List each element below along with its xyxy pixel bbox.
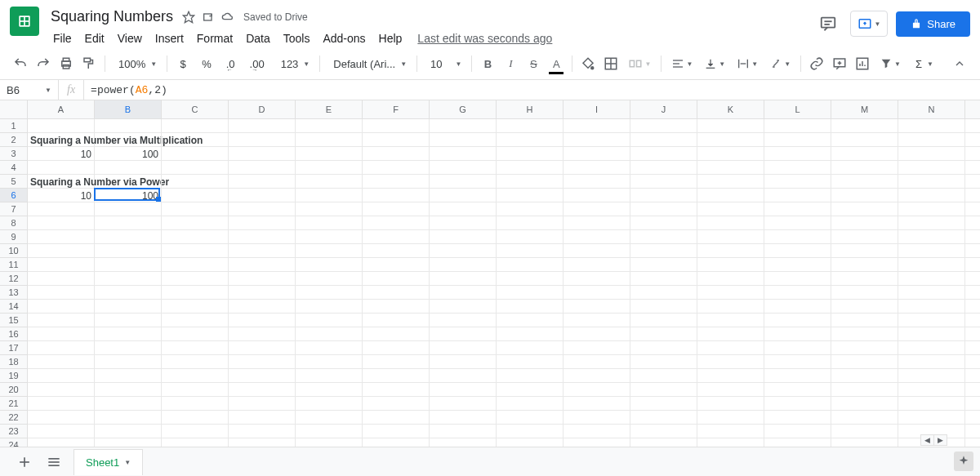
cell-C18[interactable] <box>162 355 229 369</box>
cell-C3[interactable] <box>162 147 229 161</box>
cell-I4[interactable] <box>564 161 630 175</box>
col-header-J[interactable]: J <box>630 100 697 118</box>
cell-B2[interactable] <box>95 133 162 147</box>
cell-M7[interactable] <box>831 202 898 216</box>
cell-D13[interactable] <box>229 286 296 300</box>
decrease-decimal-button[interactable]: .0← <box>220 53 242 74</box>
cell-C1[interactable] <box>162 119 229 133</box>
cell-L19[interactable] <box>764 369 831 383</box>
scroll-arrows[interactable]: ◀▶ <box>920 434 947 446</box>
cell-E16[interactable] <box>296 327 363 341</box>
col-header-G[interactable]: G <box>430 100 497 118</box>
explore-button[interactable] <box>954 452 973 471</box>
cell-K6[interactable] <box>697 189 764 202</box>
cell-C15[interactable] <box>162 314 229 327</box>
cell-J4[interactable] <box>630 161 697 175</box>
cell-K16[interactable] <box>697 327 764 341</box>
cell-I19[interactable] <box>564 369 630 383</box>
cell-N7[interactable] <box>898 202 965 216</box>
cell-H8[interactable] <box>497 216 564 230</box>
cell-A11[interactable] <box>28 258 95 272</box>
cell-G2[interactable] <box>430 133 497 147</box>
cell-G20[interactable] <box>430 383 497 397</box>
cell-N17[interactable] <box>898 341 965 355</box>
cell-C23[interactable] <box>162 425 229 438</box>
cell-J14[interactable] <box>630 300 697 314</box>
cell-L3[interactable] <box>764 147 831 161</box>
strikethrough-button[interactable]: S <box>523 53 544 74</box>
row-header-16[interactable]: 16 <box>0 327 27 341</box>
cell-M12[interactable] <box>831 272 898 286</box>
row-header-20[interactable]: 20 <box>0 383 27 397</box>
cell-C6[interactable] <box>162 189 229 202</box>
cell-C13[interactable] <box>162 286 229 300</box>
cell-D16[interactable] <box>229 327 296 341</box>
cell-B23[interactable] <box>95 425 162 438</box>
col-header-C[interactable]: C <box>162 100 229 118</box>
cell-B19[interactable] <box>95 369 162 383</box>
cell-K2[interactable] <box>697 133 764 147</box>
cell-B11[interactable] <box>95 258 162 272</box>
cell-I18[interactable] <box>564 355 630 369</box>
zoom-dropdown[interactable]: 100%▼ <box>110 53 162 74</box>
col-header-M[interactable]: M <box>831 100 898 118</box>
cell-F19[interactable] <box>363 369 430 383</box>
cell-M1[interactable] <box>831 119 898 133</box>
cell-B12[interactable] <box>95 272 162 286</box>
cell-K12[interactable] <box>697 272 764 286</box>
cell-A14[interactable] <box>28 300 95 314</box>
cell-I21[interactable] <box>564 397 630 411</box>
cell-A10[interactable] <box>28 244 95 258</box>
formula-input[interactable]: =power(A6,2) <box>84 84 980 96</box>
col-header-E[interactable]: E <box>296 100 363 118</box>
spreadsheet-grid[interactable]: ABCDEFGHIJKLMN 1234567891011121314151617… <box>0 100 980 447</box>
add-sheet-button[interactable] <box>15 452 34 472</box>
col-header-D[interactable]: D <box>229 100 296 118</box>
cell-N6[interactable] <box>898 189 965 202</box>
cell-G8[interactable] <box>430 216 497 230</box>
cell-I6[interactable] <box>564 189 630 202</box>
row-header-10[interactable]: 10 <box>0 244 27 258</box>
cell-D3[interactable] <box>229 147 296 161</box>
cell-N3[interactable] <box>898 147 965 161</box>
cell-D18[interactable] <box>229 355 296 369</box>
cell-F23[interactable] <box>363 425 430 438</box>
cell-H12[interactable] <box>497 272 564 286</box>
cell-J5[interactable] <box>630 175 697 189</box>
row-header-19[interactable]: 19 <box>0 369 27 383</box>
cell-J20[interactable] <box>630 383 697 397</box>
font-dropdown[interactable]: Default (Ari...▼ <box>325 53 412 74</box>
cell-C12[interactable] <box>162 272 229 286</box>
cell-E17[interactable] <box>296 341 363 355</box>
cell-G22[interactable] <box>430 411 497 425</box>
cell-M3[interactable] <box>831 147 898 161</box>
cell-E9[interactable] <box>296 230 363 244</box>
row-header-1[interactable]: 1 <box>0 119 27 133</box>
cell-L7[interactable] <box>764 202 831 216</box>
col-header-L[interactable]: L <box>764 100 831 118</box>
cell-A8[interactable] <box>28 216 95 230</box>
more-formats-dropdown[interactable]: 123▼ <box>273 53 315 74</box>
cell-E19[interactable] <box>296 369 363 383</box>
cell-L6[interactable] <box>764 189 831 202</box>
cell-M24[interactable] <box>831 438 898 447</box>
cell-L5[interactable] <box>764 175 831 189</box>
cell-L2[interactable] <box>764 133 831 147</box>
format-percent-button[interactable]: % <box>195 53 218 74</box>
cell-F11[interactable] <box>363 258 430 272</box>
cell-K18[interactable] <box>697 355 764 369</box>
bold-button[interactable]: B <box>477 53 498 74</box>
cell-B17[interactable] <box>95 341 162 355</box>
cell-I24[interactable] <box>564 438 630 447</box>
col-header-I[interactable]: I <box>564 100 630 118</box>
cell-B1[interactable] <box>95 119 162 133</box>
cell-A20[interactable] <box>28 383 95 397</box>
cell-L9[interactable] <box>764 230 831 244</box>
cell-B24[interactable] <box>95 438 162 447</box>
text-color-button[interactable]: A <box>546 53 567 74</box>
cell-N5[interactable] <box>898 175 965 189</box>
cell-M14[interactable] <box>831 300 898 314</box>
cell-E1[interactable] <box>296 119 363 133</box>
cell-L23[interactable] <box>764 425 831 438</box>
cell-J24[interactable] <box>630 438 697 447</box>
